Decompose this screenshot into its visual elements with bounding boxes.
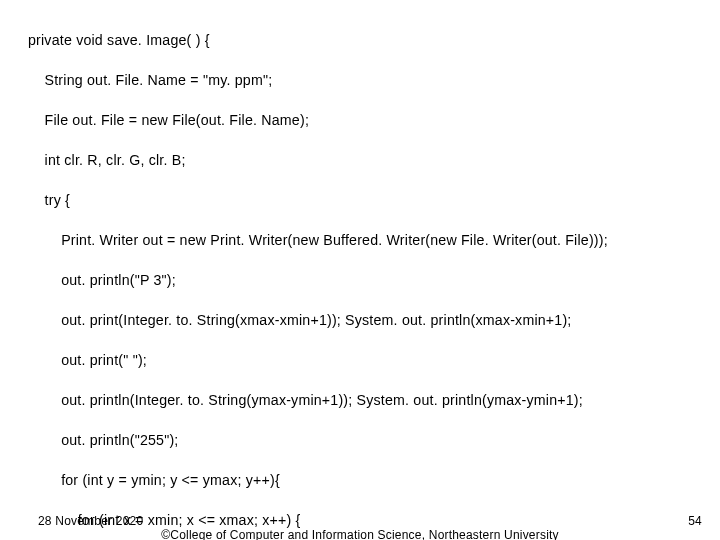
code-line: out. print(" "); (28, 350, 608, 370)
code-line: String out. File. Name = "my. ppm"; (28, 70, 608, 90)
code-block: private void save. Image( ) { String out… (28, 10, 608, 540)
footer-page-number: 54 (688, 514, 702, 528)
code-line: for (int y = ymin; y <= ymax; y++){ (28, 470, 608, 490)
code-line: out. print(Integer. to. String(xmax-xmin… (28, 310, 608, 330)
code-line: out. println("P 3"); (28, 270, 608, 290)
footer-date: 28 November 2020 (38, 514, 143, 528)
code-line: out. println(Integer. to. String(ymax-ym… (28, 390, 608, 410)
footer-center: ©College of Computer and Information Sci… (0, 528, 720, 540)
code-line: Print. Writer out = new Print. Writer(ne… (28, 230, 608, 250)
code-line: File out. File = new File(out. File. Nam… (28, 110, 608, 130)
code-line: private void save. Image( ) { (28, 30, 608, 50)
code-line: out. println("255"); (28, 430, 608, 450)
code-line: int clr. R, clr. G, clr. B; (28, 150, 608, 170)
code-line: try { (28, 190, 608, 210)
